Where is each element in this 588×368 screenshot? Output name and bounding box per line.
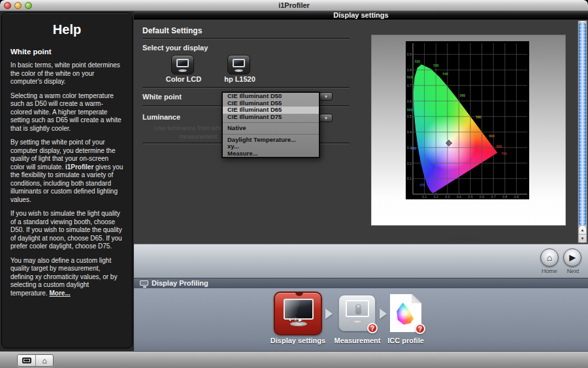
white-point-combo-button[interactable]: ▾: [319, 92, 333, 101]
home-button[interactable]: ⌂: [540, 248, 559, 267]
divider: [142, 87, 350, 88]
select-display-label: Select your display: [142, 44, 208, 52]
svg-text:530: 530: [433, 63, 439, 67]
menu-item-cie-illuminant-d75[interactable]: CIE Illuminant D75: [223, 114, 319, 121]
svg-text:0.9: 0.9: [407, 52, 412, 56]
help-paragraph: You may also define a custom light quali…: [10, 257, 123, 298]
display-icon: [140, 280, 148, 286]
help-paragraph: In basic terms, white point determines t…: [10, 61, 123, 86]
step-icc-profile[interactable]: ?: [390, 294, 421, 332]
help-body: In basic terms, white point determines t…: [2, 61, 132, 297]
tile-notch: [295, 292, 303, 296]
luminance-label: Luminance: [142, 113, 180, 121]
svg-text:0.7: 0.7: [491, 195, 496, 199]
help-paragraph: If you wish to simulate the light qualit…: [10, 210, 123, 251]
step-label-measurement: Measurement: [333, 337, 382, 344]
chromaticity-diagram: 0.10.20.30.40.50.60.70.80.90.10.20.30.40…: [406, 41, 529, 199]
step-label-icc-profile: ICC profile: [385, 337, 426, 344]
svg-text:0.3: 0.3: [445, 195, 449, 199]
svg-text:470: 470: [419, 183, 425, 187]
svg-text:620: 620: [497, 144, 502, 148]
workflow-header: Display Profiling: [134, 278, 588, 288]
view-controls: ⌂: [17, 354, 54, 367]
page-header: Display settings: [134, 11, 588, 20]
help-panel: Help White point In basic terms, white p…: [1, 12, 133, 348]
menu-item-cie-illuminant-d65[interactable]: CIE Illuminant D65: [223, 107, 319, 114]
svg-text:500: 500: [407, 108, 413, 112]
luminance-combo-button[interactable]: ▾: [319, 114, 333, 122]
fit-window-button[interactable]: [18, 355, 35, 366]
scrollbar-thumb[interactable]: [579, 22, 586, 226]
window-title: i1Profiler: [0, 1, 588, 9]
svg-text:0.1: 0.1: [407, 176, 412, 180]
display-option-label: hp L1520: [214, 75, 266, 83]
svg-text:520: 520: [415, 59, 421, 63]
section-title: Default Settings: [142, 26, 202, 35]
svg-text:0.9: 0.9: [514, 195, 519, 199]
svg-text:0.7: 0.7: [407, 84, 412, 88]
monitor-icon: [176, 59, 189, 67]
svg-text:490: 490: [411, 146, 417, 150]
workflow-band: ◐✳▶ Display settings ? Measurement ? ICC…: [134, 288, 588, 351]
scroll-up-icon[interactable]: ▲: [579, 226, 586, 234]
svg-text:540: 540: [442, 72, 448, 76]
window-titlebar[interactable]: i1Profiler: [0, 0, 588, 11]
step-display-settings[interactable]: ◐✳▶: [274, 292, 322, 335]
svg-text:0.5: 0.5: [407, 114, 412, 118]
white-point-menu: CIE Illuminant D50CIE Illuminant D55CIE …: [221, 92, 320, 158]
svg-text:0.6: 0.6: [407, 99, 412, 103]
page-title: Display settings: [134, 11, 588, 20]
chevron-down-icon: ▾: [325, 116, 327, 120]
scrollbar-arrows[interactable]: ▲ ▼: [579, 226, 586, 242]
help-section-heading: White point: [10, 48, 123, 56]
more-link[interactable]: More...: [49, 290, 70, 297]
scrollbar-track[interactable]: ▲ ▼: [578, 20, 587, 243]
nav-strip: ⌂ Home ▶ Next: [134, 244, 588, 278]
menu-item-xy[interactable]: xy...: [223, 143, 319, 150]
monitor-stand: [235, 69, 243, 72]
svg-text:510: 510: [407, 75, 413, 79]
svg-text:600: 600: [489, 134, 495, 138]
fit-screen-icon: [22, 358, 31, 363]
status-bar: ⌂: [0, 351, 588, 368]
help-title: Help: [2, 22, 132, 37]
svg-text:0.4: 0.4: [457, 195, 461, 199]
question-badge: ?: [367, 323, 378, 333]
monitor-icon: [346, 300, 369, 317]
home-view-button[interactable]: ⌂: [35, 355, 53, 366]
step-label-display-settings: Display settings: [270, 337, 326, 344]
monitor-stand: [351, 320, 364, 324]
menu-item-native[interactable]: Native: [223, 125, 319, 132]
chevron-down-icon: ▾: [325, 94, 327, 99]
svg-text:0.8: 0.8: [502, 195, 507, 199]
chevron-right-icon: [325, 309, 333, 319]
monitor-icon: [233, 59, 245, 67]
white-point-label: White point: [142, 93, 182, 101]
home-icon: ⌂: [42, 357, 46, 365]
play-icon: ▶: [569, 253, 575, 262]
svg-text:580: 580: [476, 115, 482, 119]
display-option-color-lcd[interactable]: [171, 55, 194, 75]
brightness-contrast-icon: ◐✳▶: [289, 316, 302, 323]
scroll-down-icon[interactable]: ▼: [579, 234, 586, 242]
app-window: i1Profiler Display settings Help White p…: [0, 0, 588, 368]
next-button[interactable]: ▶: [563, 248, 581, 267]
next-button-label: Next: [553, 268, 588, 275]
workflow-title: Display Profiling: [152, 279, 208, 287]
help-paragraph: Selecting a warm color temperature such …: [10, 92, 123, 133]
svg-text:700: 700: [501, 152, 507, 156]
chromaticity-panel: 0.10.20.30.40.50.60.70.80.90.10.20.30.40…: [371, 35, 566, 226]
display-option-label: Color LCD: [157, 75, 210, 83]
svg-text:0.1: 0.1: [422, 195, 427, 199]
display-option-hp-l1520[interactable]: [227, 55, 250, 75]
step-measurement[interactable]: ?: [338, 295, 376, 331]
luminance-readout: Luminance: 120: [371, 234, 566, 242]
svg-text:0.6: 0.6: [480, 195, 484, 199]
help-paragraph: By setting the white point of your compu…: [10, 139, 123, 204]
menu-item-measure[interactable]: Measure...: [223, 150, 319, 158]
home-icon: ⌂: [547, 252, 552, 263]
chart-grid-overlay: 0.10.20.30.40.50.60.70.80.90.10.20.30.40…: [406, 41, 529, 199]
svg-text:0.4: 0.4: [407, 130, 412, 134]
menu-item-cie-illuminant-d50[interactable]: CIE Illuminant D50: [223, 93, 319, 100]
monitor-stand: [178, 69, 187, 72]
